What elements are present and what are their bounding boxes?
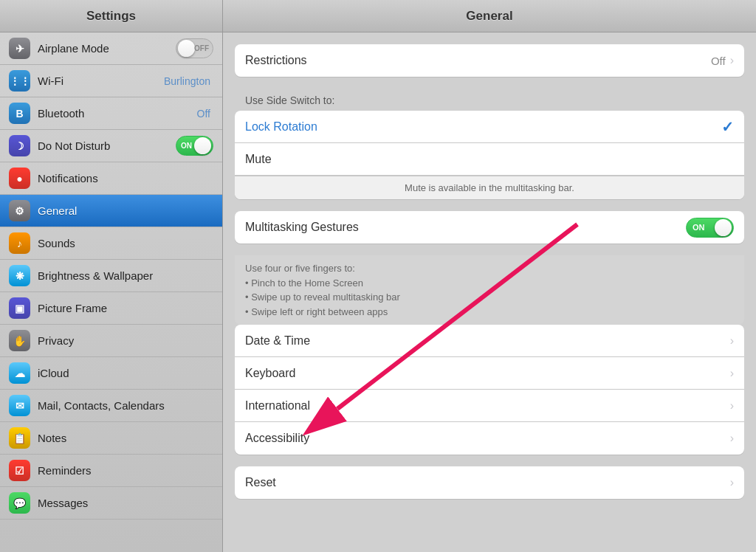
panel-title: General — [223, 0, 756, 32]
airplane-mode-icon: ✈ — [9, 38, 30, 59]
sidebar-item-general[interactable]: ⚙General — [0, 195, 222, 227]
privacy-icon-symbol: ✋ — [13, 335, 26, 347]
restrictions-chevron: › — [730, 54, 734, 67]
mute-label: Mute — [245, 153, 734, 166]
sidebar-item-mail[interactable]: ✉Mail, Contacts, Calendars — [0, 390, 222, 422]
do-not-disturb-icon: ☽ — [9, 135, 30, 156]
side-switch-group: Lock Rotation✓MuteMute is available in t… — [235, 111, 744, 199]
picture-frame-label: Picture Frame — [38, 302, 213, 314]
sidebar-item-sounds[interactable]: ♪Sounds — [0, 227, 222, 260]
do-not-disturb-toggle[interactable] — [176, 136, 213, 156]
sounds-icon: ♪ — [9, 232, 30, 254]
keyboard-chevron: › — [730, 367, 734, 380]
wifi-icon-symbol: ⋮⋮ — [10, 75, 30, 87]
mail-label: Mail, Contacts, Calendars — [38, 399, 213, 412]
date-time-label: Date & Time — [245, 334, 730, 348]
international-chevron: › — [730, 399, 734, 413]
settings-row-mute[interactable]: Mute — [235, 143, 744, 176]
side-switch-group-section-label: Use Side Switch to: — [235, 89, 744, 111]
wifi-value: Burlington — [164, 75, 210, 87]
general-label: General — [38, 204, 213, 217]
airplane-mode-toggle-knob — [178, 40, 195, 57]
mail-icon: ✉ — [9, 395, 30, 416]
sidebar-item-icloud[interactable]: ☁iCloud — [0, 357, 222, 390]
settings-row-restrictions[interactable]: RestrictionsOff› — [235, 44, 744, 77]
sidebar-item-notes[interactable]: 📋Notes — [0, 422, 222, 455]
sidebar-item-messages[interactable]: 💬Messages — [0, 487, 222, 520]
settings-row-accessibility[interactable]: Accessibility› — [235, 422, 744, 455]
right-panel-wrapper: RestrictionsOff›Use Side Switch to:Lock … — [223, 32, 756, 552]
settings-row-international[interactable]: International› — [235, 390, 744, 422]
notes-icon: 📋 — [9, 427, 30, 449]
notes-icon-symbol: 📋 — [13, 432, 26, 444]
reset-chevron: › — [730, 476, 734, 489]
main-content: ✈Airplane Mode⋮⋮Wi-FiBurlingtonBBluetoot… — [0, 32, 756, 552]
sidebar-item-wifi[interactable]: ⋮⋮Wi-FiBurlington — [0, 65, 222, 97]
airplane-mode-toggle[interactable] — [176, 38, 213, 58]
sidebar-item-bluetooth[interactable]: BBluetoothOff — [0, 97, 222, 130]
bluetooth-icon-symbol: B — [16, 108, 23, 120]
bluetooth-value: Off — [197, 108, 210, 120]
icloud-icon: ☁ — [9, 362, 30, 384]
reset-label: Reset — [245, 476, 730, 489]
messages-icon-symbol: 💬 — [13, 497, 26, 509]
reset-group: Reset› — [235, 466, 744, 499]
multitasking-group-info-lines: Use four or five fingers to:• Pinch to t… — [235, 255, 744, 325]
settings-row-reset[interactable]: Reset› — [235, 466, 744, 499]
sidebar-title: Settings — [0, 0, 223, 32]
restrictions-value: Off — [711, 55, 726, 67]
sidebar-item-brightness[interactable]: ❋Brightness & Wallpaper — [0, 260, 222, 292]
brightness-label: Brightness & Wallpaper — [38, 269, 213, 282]
lock-rotation-checkmark: ✓ — [721, 118, 734, 136]
airplane-mode-label: Airplane Mode — [38, 42, 176, 55]
wifi-label: Wi-Fi — [38, 75, 164, 87]
multitasking-gestures-toggle-knob — [715, 219, 732, 236]
messages-icon: 💬 — [9, 492, 30, 514]
mail-icon-symbol: ✉ — [16, 400, 24, 412]
settings-row-date-time[interactable]: Date & Time› — [235, 325, 744, 357]
multitasking-group-info-line-2: • Swipe up to reveal multitasking bar — [245, 290, 734, 305]
brightness-icon-symbol: ❋ — [16, 270, 24, 282]
settings-group: Date & Time›Keyboard›International›Acces… — [235, 325, 744, 455]
keyboard-label: Keyboard — [245, 367, 730, 380]
general-icon: ⚙ — [9, 200, 30, 221]
sidebar-item-reminders[interactable]: ☑Reminders — [0, 455, 222, 487]
bluetooth-icon: B — [9, 103, 30, 124]
right-panel: RestrictionsOff›Use Side Switch to:Lock … — [223, 32, 756, 552]
messages-label: Messages — [38, 497, 213, 509]
sidebar-item-do-not-disturb[interactable]: ☽Do Not Disturb — [0, 130, 222, 162]
settings-row-keyboard[interactable]: Keyboard› — [235, 357, 744, 390]
privacy-label: Privacy — [38, 334, 213, 347]
sidebar-item-picture-frame[interactable]: ▣Picture Frame — [0, 292, 222, 325]
reminders-icon: ☑ — [9, 460, 30, 481]
side-switch-group-info: Mute is available in the multitasking ba… — [235, 176, 744, 199]
multitasking-group-info-line-3: • Swipe left or right between apps — [245, 305, 734, 320]
picture-frame-icon-symbol: ▣ — [15, 303, 24, 314]
do-not-disturb-icon-symbol: ☽ — [15, 140, 24, 152]
multitasking-group-info-line-0: Use four or five fingers to: — [245, 261, 734, 276]
sounds-icon-symbol: ♪ — [17, 238, 22, 249]
top-bar: Settings General — [0, 0, 756, 32]
notes-label: Notes — [38, 432, 213, 444]
reminders-label: Reminders — [38, 464, 213, 477]
bluetooth-label: Bluetooth — [38, 107, 197, 120]
settings-row-lock-rotation[interactable]: Lock Rotation✓ — [235, 111, 744, 143]
airplane-mode-icon-symbol: ✈ — [16, 43, 24, 55]
sidebar: ✈Airplane Mode⋮⋮Wi-FiBurlingtonBBluetoot… — [0, 32, 223, 552]
sidebar-item-airplane-mode[interactable]: ✈Airplane Mode — [0, 32, 222, 65]
do-not-disturb-toggle-knob — [194, 137, 211, 154]
icloud-label: iCloud — [38, 367, 213, 379]
multitasking-group: Multitasking Gestures — [235, 211, 744, 244]
sounds-label: Sounds — [38, 237, 213, 249]
notifications-icon: ● — [9, 168, 30, 189]
do-not-disturb-label: Do Not Disturb — [38, 139, 176, 152]
notifications-label: Notifications — [38, 172, 213, 184]
restrictions-group: RestrictionsOff› — [235, 44, 744, 77]
picture-frame-icon: ▣ — [9, 297, 30, 319]
international-label: International — [245, 399, 730, 413]
multitasking-gestures-toggle[interactable] — [686, 218, 734, 238]
wifi-icon: ⋮⋮ — [9, 70, 30, 92]
sidebar-item-privacy[interactable]: ✋Privacy — [0, 325, 222, 357]
sidebar-item-notifications[interactable]: ●Notifications — [0, 162, 222, 195]
settings-row-multitasking-gestures[interactable]: Multitasking Gestures — [235, 211, 744, 244]
